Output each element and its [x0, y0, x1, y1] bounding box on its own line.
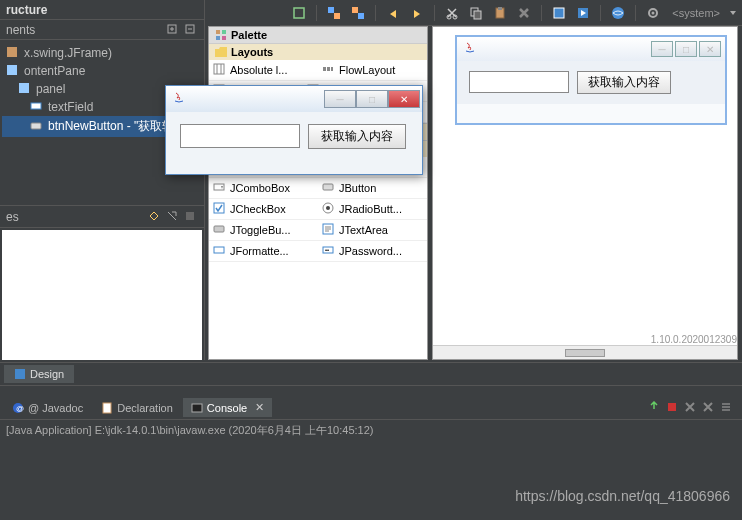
- toolbar-icon-1[interactable]: [290, 4, 308, 22]
- expand-all-icon[interactable]: [166, 23, 180, 37]
- paste-icon[interactable]: [491, 4, 509, 22]
- dialog-get-input-button[interactable]: 获取输入内容: [308, 124, 406, 149]
- toolbar-icon-2[interactable]: [325, 4, 343, 22]
- svg-rect-38: [323, 184, 333, 190]
- checkbox-icon: [213, 202, 227, 216]
- frame-icon: [6, 46, 20, 60]
- palette-item-jcheckbox[interactable]: JCheckBox: [209, 199, 318, 220]
- design-tab[interactable]: Design: [4, 365, 74, 383]
- maximize-button[interactable]: □: [675, 41, 697, 57]
- main-toolbar: <system>: [280, 0, 742, 26]
- svg-rect-4: [358, 13, 364, 19]
- textarea-icon: [322, 223, 336, 237]
- horizontal-scrollbar[interactable]: [433, 345, 737, 359]
- design-version-label: 1.10.0.2020012309: [651, 334, 737, 345]
- console-icon: [191, 402, 203, 414]
- svg-rect-47: [15, 369, 25, 379]
- preview-get-input-button[interactable]: 获取输入内容: [577, 71, 671, 94]
- dropdown-icon[interactable]: [724, 4, 742, 22]
- svg-point-15: [652, 11, 655, 14]
- props-icon-3[interactable]: [184, 210, 198, 224]
- view-tab-declaration[interactable]: Declaration: [93, 399, 181, 417]
- cut-icon[interactable]: [443, 4, 461, 22]
- properties-body[interactable]: [2, 230, 202, 360]
- svg-rect-10: [498, 7, 502, 10]
- design-tab-icon: [14, 368, 26, 380]
- structure-title: ructure: [6, 3, 47, 17]
- combobox-icon: [213, 181, 227, 195]
- redo-icon[interactable]: [408, 4, 426, 22]
- menu-icon[interactable]: [720, 401, 734, 415]
- palette-item-jtogglebutton[interactable]: JToggleBu...: [209, 220, 318, 241]
- layout-icon: [322, 63, 336, 77]
- palette-item[interactable]: Absolute l...: [209, 60, 318, 81]
- panel-icon: [6, 64, 20, 78]
- pin-icon[interactable]: [648, 401, 662, 415]
- remove-all-icon[interactable]: [702, 401, 716, 415]
- tree-item-frame[interactable]: x.swing.JFrame): [2, 44, 202, 62]
- dialog-text-input[interactable]: [180, 124, 300, 148]
- svg-rect-52: [668, 403, 676, 411]
- palette-item-jbutton[interactable]: JButton: [318, 178, 427, 199]
- props-icon-2[interactable]: [166, 210, 180, 224]
- delete-icon[interactable]: [515, 4, 533, 22]
- svg-rect-19: [7, 65, 17, 75]
- palette-category-layouts[interactable]: Layouts: [209, 43, 427, 60]
- views-bar: @ @ Javadoc Declaration Console ✕: [0, 396, 742, 420]
- design-surface[interactable]: ─ □ ✕ 获取输入内容 1.10.0.2020012309: [432, 26, 738, 360]
- svg-rect-3: [352, 7, 358, 13]
- svg-text:••: ••: [325, 247, 329, 253]
- palette-item-jradiobutton[interactable]: JRadioButt...: [318, 199, 427, 220]
- svg-rect-21: [31, 103, 41, 109]
- palette-item-jcombobox[interactable]: JComboBox: [209, 178, 318, 199]
- toolbar-icon-run[interactable]: [574, 4, 592, 22]
- console-output[interactable]: [0, 440, 742, 520]
- dialog-maximize-button[interactable]: □: [356, 90, 388, 108]
- close-icon[interactable]: ✕: [255, 401, 264, 414]
- palette-panel: Palette Layouts Absolute l... FlowLayout…: [208, 26, 428, 360]
- radio-icon: [322, 202, 336, 216]
- svg-rect-44: [214, 247, 224, 253]
- view-tab-console[interactable]: Console ✕: [183, 398, 272, 417]
- terminate-icon[interactable]: [666, 401, 680, 415]
- svg-rect-1: [328, 7, 334, 13]
- view-tab-javadoc[interactable]: @ @ Javadoc: [4, 399, 91, 417]
- textfield-icon: [213, 244, 227, 258]
- folder-icon: [215, 47, 227, 57]
- toolbar-icon-test[interactable]: [550, 4, 568, 22]
- svg-rect-31: [331, 67, 333, 71]
- palette-item[interactable]: FlowLayout: [318, 60, 427, 81]
- dialog-close-button[interactable]: ✕: [388, 90, 420, 108]
- dialog-titlebar[interactable]: ─ □ ✕: [166, 86, 422, 112]
- svg-rect-39: [214, 203, 224, 213]
- tree-item-contentpane[interactable]: ontentPane: [2, 62, 202, 80]
- svg-rect-25: [222, 30, 226, 34]
- gear-icon[interactable]: [644, 4, 662, 22]
- remove-icon[interactable]: [684, 401, 698, 415]
- svg-rect-24: [216, 30, 220, 34]
- svg-text:@: @: [16, 404, 24, 413]
- undo-icon[interactable]: [384, 4, 402, 22]
- close-button[interactable]: ✕: [699, 41, 721, 57]
- minimize-button[interactable]: ─: [651, 41, 673, 57]
- palette-item-jtextarea[interactable]: JTextArea: [318, 220, 427, 241]
- copy-icon[interactable]: [467, 4, 485, 22]
- svg-rect-22: [31, 123, 41, 129]
- props-icon-1[interactable]: [148, 210, 162, 224]
- structure-subtitle: nents: [6, 23, 35, 37]
- palette-item-jformatted[interactable]: JFormatte...: [209, 241, 318, 262]
- console-header: [Java Application] E:\jdk-14.0.1\bin\jav…: [0, 420, 742, 440]
- svg-rect-20: [19, 83, 29, 93]
- running-dialog: ─ □ ✕ 获取输入内容: [165, 85, 423, 175]
- watermark: https://blog.csdn.net/qq_41806966: [515, 488, 730, 504]
- preview-text-input[interactable]: [469, 71, 569, 93]
- toolbar-icon-3[interactable]: [349, 4, 367, 22]
- collapse-all-icon[interactable]: [184, 23, 198, 37]
- globe-icon[interactable]: [609, 4, 627, 22]
- design-preview-window[interactable]: ─ □ ✕ 获取输入内容: [455, 35, 727, 125]
- dialog-minimize-button[interactable]: ─: [324, 90, 356, 108]
- palette-item-jpassword[interactable]: ••JPassword...: [318, 241, 427, 262]
- layout-icon: [213, 63, 227, 77]
- toggle-icon: [213, 223, 227, 237]
- svg-rect-0: [294, 8, 304, 18]
